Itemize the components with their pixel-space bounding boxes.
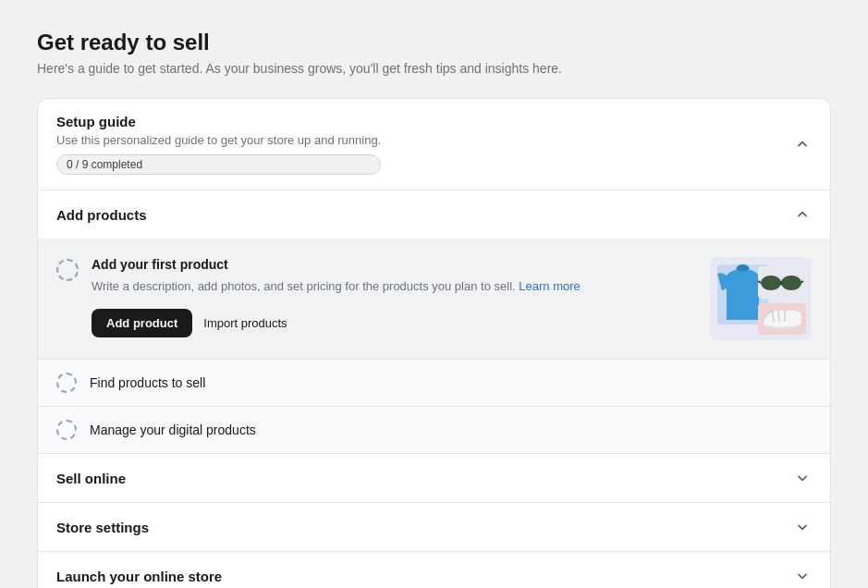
manage-digital-circle xyxy=(56,420,77,440)
sell-online-title: Sell online xyxy=(56,471,126,486)
store-settings-chevron xyxy=(793,518,812,536)
sell-online-header[interactable]: Sell online xyxy=(38,454,830,502)
main-card: Setup guide Use this personalized guide … xyxy=(37,98,831,588)
add-products-section: Add products Add your first product Writ… xyxy=(38,190,830,454)
setup-guide-title: Setup guide xyxy=(56,114,381,129)
first-product-content: Add your first product Write a descripti… xyxy=(92,257,695,337)
page-subtitle: Here's a guide to get started. As your b… xyxy=(37,61,831,76)
store-settings-title: Store settings xyxy=(56,520,149,535)
manage-digital-item[interactable]: Manage your digital products xyxy=(38,407,830,453)
first-product-desc: Write a description, add photos, and set… xyxy=(92,277,695,296)
launch-store-chevron xyxy=(793,567,812,585)
first-product-item: Add your first product Write a descripti… xyxy=(38,239,830,360)
launch-store-section: Launch your online store xyxy=(38,552,830,588)
svg-rect-5 xyxy=(780,281,783,285)
completed-badge: 0 / 9 completed xyxy=(56,154,381,175)
store-settings-section: Store settings xyxy=(38,503,830,552)
page-title: Get ready to sell xyxy=(37,30,831,55)
launch-store-title: Launch your online store xyxy=(56,569,222,584)
find-products-item[interactable]: Find products to sell xyxy=(38,360,830,407)
find-products-circle xyxy=(56,373,77,393)
add-products-title: Add products xyxy=(56,207,147,223)
sell-online-chevron xyxy=(793,469,812,487)
manage-digital-label: Manage your digital products xyxy=(90,423,256,437)
add-product-button[interactable]: Add product xyxy=(92,309,192,337)
setup-guide-subtitle: Use this personalized guide to get your … xyxy=(56,133,381,147)
sell-online-section: Sell online xyxy=(38,454,830,503)
find-products-label: Find products to sell xyxy=(90,375,205,390)
svg-point-3 xyxy=(761,276,781,290)
setup-guide-header[interactable]: Setup guide Use this personalized guide … xyxy=(38,99,830,190)
add-products-chevron xyxy=(793,205,812,224)
svg-point-4 xyxy=(781,276,801,290)
first-product-circle xyxy=(56,259,79,281)
first-product-actions: Add product Import products xyxy=(92,309,695,337)
store-settings-header[interactable]: Store settings xyxy=(38,503,830,551)
page-container: Get ready to sell Here's a guide to get … xyxy=(37,30,831,588)
product-illustration xyxy=(710,257,812,340)
first-product-title: Add your first product xyxy=(92,257,695,272)
import-products-button[interactable]: Import products xyxy=(203,316,287,330)
add-products-expanded: Add your first product Write a descripti… xyxy=(38,239,830,453)
launch-store-header[interactable]: Launch your online store xyxy=(38,552,830,588)
learn-more-link[interactable]: Learn more xyxy=(519,279,580,293)
setup-guide-header-left: Setup guide Use this personalized guide … xyxy=(56,114,381,175)
add-products-header[interactable]: Add products xyxy=(38,190,830,239)
setup-guide-chevron xyxy=(793,135,812,153)
setup-guide-section: Setup guide Use this personalized guide … xyxy=(38,99,830,190)
